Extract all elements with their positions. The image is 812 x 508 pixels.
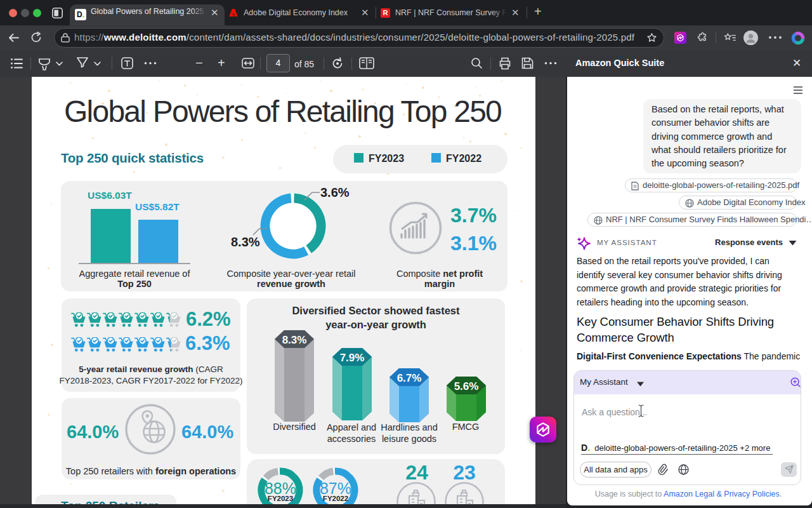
svg-text:6.7%: 6.7%: [397, 372, 422, 384]
svg-text:5.6%: 5.6%: [454, 380, 479, 392]
svg-text:8.3%: 8.3%: [282, 334, 307, 346]
svg-text:7.9%: 7.9%: [340, 352, 365, 364]
